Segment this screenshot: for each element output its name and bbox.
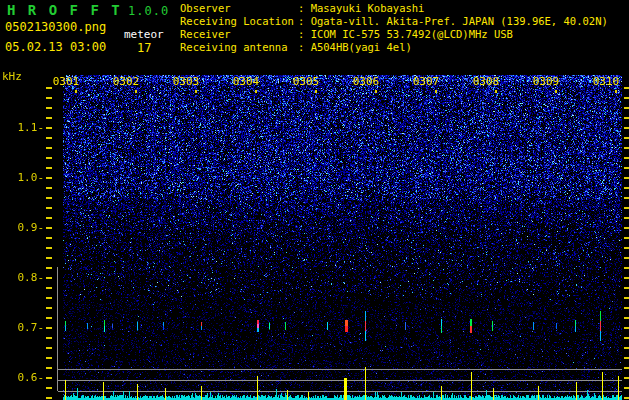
info-row: Observer: Masayuki Kobayashi [180,2,608,15]
info-value: ICOM IC-575 53.7492(@LCD)MHz USB [311,28,513,40]
meteor-count: 17 [137,41,151,55]
info-label: Receiving antenna [180,41,298,54]
info-label: Observer [180,2,298,15]
info-row: Receiving antenna: A504HB(yagi 4el) [180,41,608,54]
app-version: 1.0.0 [128,4,169,18]
info-separator: : [298,41,311,53]
freq-tick-label: 0.8 [0,271,44,284]
time-label: 0303 [170,75,202,88]
info-row: Receiver: ICOM IC-575 53.7492(@LCD)MHz U… [180,28,608,41]
time-label: 0301 [50,75,82,88]
frequency-axis-unit: kHz [2,70,22,83]
info-separator: : [298,28,311,40]
observation-datetime: 05.02.13 03:00 [5,40,106,54]
time-label: 0302 [110,75,142,88]
time-label: 0305 [290,75,322,88]
app-title: H R O F F T [7,2,122,18]
mode-label: meteor [124,28,164,41]
time-label: 0306 [350,75,382,88]
spectrogram-canvas [0,68,629,400]
info-value: Ogata-vill. Akita-Pref. JAPAN (139.96E, … [311,15,608,27]
info-row: Receiving Location: Ogata-vill. Akita-Pr… [180,15,608,28]
time-label: 0309 [530,75,562,88]
time-label: 0308 [470,75,502,88]
info-value: A504HB(yagi 4el) [311,41,412,53]
hrofft-screen: { "header": { "title": "H R O F F T", "v… [0,0,629,400]
freq-tick-label: 0.6 [0,371,44,384]
info-value: Masayuki Kobayashi [311,2,425,14]
info-label: Receiving Location [180,15,298,28]
station-info: Observer: Masayuki Kobayashi Receiving L… [180,2,608,54]
time-label: 0310 [590,75,622,88]
freq-tick-label: 1.0 [0,171,44,184]
info-separator: : [298,2,311,14]
output-filename: 0502130300.png [5,20,106,34]
freq-tick-label: 0.7 [0,321,44,334]
info-separator: : [298,15,311,27]
info-label: Receiver [180,28,298,41]
time-label: 0307 [410,75,442,88]
time-label: 0304 [230,75,262,88]
freq-tick-label: 0.9 [0,221,44,234]
freq-tick-label: 1.1 [0,121,44,134]
